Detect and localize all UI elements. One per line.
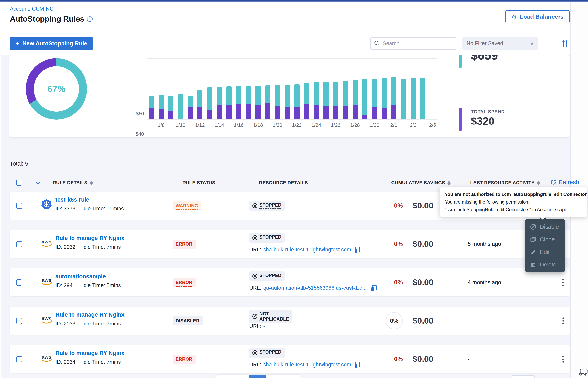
spend-bar-segment: [304, 104, 309, 120]
row-actions-menu-button[interactable]: [559, 345, 567, 373]
status-badge-error[interactable]: ERROR: [173, 240, 195, 249]
menu-item-edit[interactable]: Edit: [525, 246, 565, 258]
row-checkbox[interactable]: [16, 356, 22, 362]
x-tick-label: [205, 122, 214, 128]
resource-state-badge[interactable]: STOPPED: [249, 348, 285, 358]
rule-name-link[interactable]: test-k8s-rule: [55, 196, 89, 203]
pagination-bar[interactable]: [216, 375, 301, 378]
bar-slot: [350, 58, 360, 119]
search-input[interactable]: [383, 40, 447, 47]
sort-icon[interactable]: [90, 181, 93, 186]
rule-name-link[interactable]: automationsample: [55, 273, 106, 280]
column-rule-status[interactable]: RULE STATUS: [182, 180, 215, 186]
spend-bar-segment: [323, 106, 329, 119]
table-row[interactable]: aws Rule to manage RY Nginx ID: 2032 Idl…: [10, 230, 570, 258]
x-tick-label: 2/5: [428, 122, 437, 128]
status-badge-warning[interactable]: WARNING: [173, 201, 201, 210]
savings-bar-segment: [236, 86, 241, 104]
row-actions-menu-button[interactable]: [559, 307, 567, 335]
rule-name-link[interactable]: Rule to manage RY Nginx: [55, 235, 124, 241]
edit-icon: [530, 249, 536, 255]
rule-id: ID: 2033: [55, 321, 76, 327]
savings-percent: 0%: [394, 202, 403, 209]
search-box[interactable]: [371, 37, 457, 50]
row-actions-menu-button[interactable]: [559, 269, 567, 296]
column-last-resource-activity[interactable]: LAST RESOURCE ACTIVITY: [470, 180, 540, 186]
last-activity: 4 months ago: [468, 269, 501, 296]
support-chat-icon[interactable]: [579, 367, 588, 377]
resource-url-link[interactable]: -: [263, 323, 265, 329]
row-checkbox[interactable]: [16, 280, 22, 285]
savings-bar-segment: [246, 86, 251, 104]
bar-slot: [176, 58, 185, 119]
row-checkbox[interactable]: [16, 241, 22, 247]
load-balancers-button[interactable]: ⚙ Load Balancers: [505, 10, 570, 23]
sort-icon[interactable]: [537, 181, 540, 186]
spend-bar-segment: [256, 105, 261, 119]
sort-icon[interactable]: [447, 181, 451, 186]
svg-text:aws: aws: [42, 354, 51, 360]
spend-bar-segment: [343, 106, 348, 119]
x-tick-label: 1/22: [292, 122, 302, 128]
bar-slot: [273, 58, 282, 119]
info-icon[interactable]: i: [87, 16, 92, 22]
plus-icon: +: [16, 40, 20, 47]
bar-slot: [341, 58, 350, 119]
savings-bar-segment: [178, 94, 183, 119]
resource-url-link[interactable]: sha-bulk-rule-test-1.lightwingtest.com: [263, 362, 351, 368]
menu-item-clone[interactable]: Clone: [525, 233, 565, 246]
status-badge-disabled[interactable]: DISABLED: [173, 316, 203, 325]
column-cumulative-savings[interactable]: CUMULATIVE SAVINGS: [391, 180, 451, 186]
resource-url-link[interactable]: sha-bulk-rule-test-1.lightwingtest.com: [263, 247, 351, 253]
status-badge-error[interactable]: ERROR: [173, 355, 195, 364]
clone-icon: [530, 236, 536, 243]
column-resource-details[interactable]: RESOURCE DETAILS: [259, 180, 308, 186]
column-rule-details[interactable]: RULE DETAILS: [53, 180, 93, 186]
spend-bar-segment: [372, 107, 377, 119]
resource-url-link[interactable]: qa-automation-alb-515563988.us-east-1.el…: [263, 285, 368, 291]
spend-bar-segment: [188, 107, 193, 119]
rule-id: ID: 3373: [55, 206, 76, 212]
savings-bar-segment: [362, 79, 367, 115]
saved-filter-select[interactable]: No Filter Saved ∨: [462, 37, 538, 50]
rule-name-link[interactable]: Rule to manage RY Nginx: [55, 311, 124, 318]
rule-meta: ID: 2941 Idle Time: 5mins: [55, 282, 121, 288]
breadcrumb-account[interactable]: Account: CCM-NG: [10, 6, 54, 12]
spend-bar-segment: [275, 106, 280, 119]
last-activity: -: [468, 345, 470, 373]
resource-state-badge[interactable]: STOPPED: [249, 233, 285, 243]
spend-bar-segment: [285, 107, 290, 119]
resource-state-badge[interactable]: STOPPED: [249, 201, 285, 211]
x-tick-label: [321, 122, 331, 128]
copy-icon[interactable]: [354, 362, 360, 368]
select-menu-chevron-icon[interactable]: [35, 180, 40, 185]
new-autostopping-rule-button[interactable]: + New AutoStopping Rule: [10, 37, 93, 50]
filter-panel-button[interactable]: [560, 39, 570, 48]
savings-bar-segment: [304, 83, 309, 104]
resource-state-badge[interactable]: NOT APPLICABLE: [249, 310, 292, 323]
select-all-checkbox[interactable]: [16, 180, 22, 186]
kubernetes-icon: [41, 199, 52, 211]
copy-icon[interactable]: [354, 247, 360, 253]
savings-amount: $0.00: [413, 307, 433, 335]
row-checkbox[interactable]: [16, 203, 22, 209]
pagination-active-page[interactable]: [249, 375, 266, 378]
table-row[interactable]: aws Rule to manage RY Nginx ID: 2034 Idl…: [10, 345, 570, 373]
x-tick-label: 1/16: [234, 122, 243, 128]
x-tick-label: [224, 122, 234, 128]
row-checkbox[interactable]: [16, 318, 22, 324]
rule-idle-time: Idle Time: 5mins: [82, 283, 121, 288]
resource-state-badge[interactable]: STOPPED: [249, 271, 285, 281]
spend-bar-segment: [217, 105, 222, 119]
y-axis-tick: $60: [128, 111, 144, 117]
menu-item-delete[interactable]: Delete: [525, 258, 565, 271]
rule-name-link[interactable]: Rule to manage RY Nginx: [55, 350, 124, 356]
page-size-select[interactable]: [512, 375, 535, 378]
table-row[interactable]: aws Rule to manage RY Nginx ID: 2033 Idl…: [10, 307, 570, 335]
status-badge-error[interactable]: ERROR: [173, 278, 195, 287]
last-activity: -: [468, 307, 470, 335]
menu-item-disable[interactable]: Disable: [525, 220, 565, 233]
refresh-button[interactable]: Refresh: [550, 179, 579, 186]
table-row[interactable]: aws automationsample ID: 2941 Idle Time:…: [10, 269, 570, 296]
bar-slot: [360, 58, 370, 119]
